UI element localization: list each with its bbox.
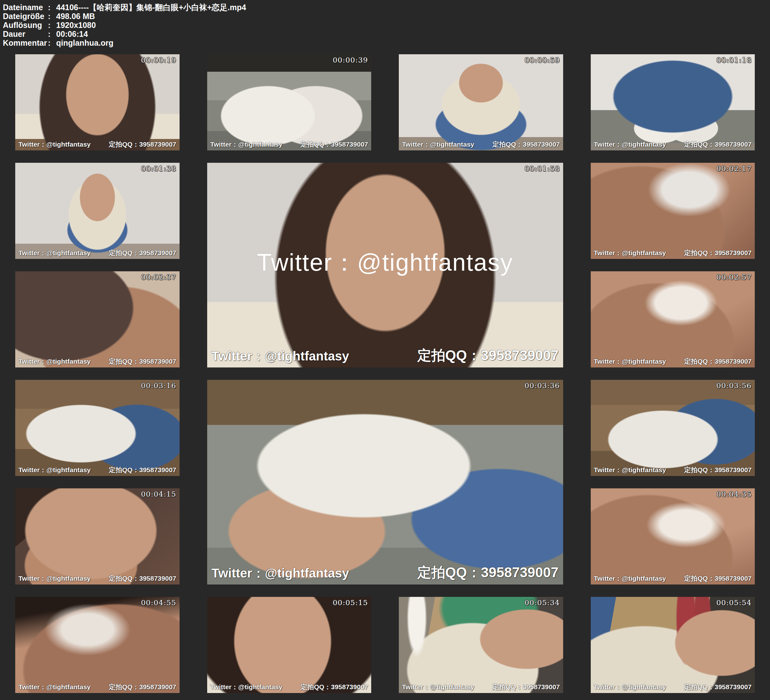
twitter-watermark: Twitter：@tightfantasy <box>594 465 666 475</box>
frame-timestamp: 00:01:18 <box>717 56 752 64</box>
video-frame-thumbnail: 00:01:38 Twitter：@tightfantasy 定拍QQ：3958… <box>15 163 180 259</box>
twitter-watermark: Twitter：@tightfantasy <box>594 248 666 258</box>
watermark-bar: Twitter：@tightfantasy 定拍QQ：3958739007 <box>210 682 368 692</box>
video-frame-thumbnail: 00:02:37 Twitter：@tightfantasy 定拍QQ：3958… <box>15 271 180 368</box>
resolution-value: 1920x1080 <box>56 21 770 29</box>
twitter-watermark: Twitter：@tightfantasy <box>18 248 91 258</box>
watermark-bar: Twitter：@tightfantasy 定拍QQ：3958739007 <box>594 140 752 149</box>
twitter-watermark: Twitter：@tightfantasy <box>594 140 666 149</box>
video-frame-thumbnail: 00:04:55 Twitter：@tightfantasy 定拍QQ：3958… <box>15 597 180 693</box>
frame-timestamp: 00:04:55 <box>141 598 176 607</box>
comment-value: qinglanhua.org <box>56 38 770 47</box>
watermark-bar: Twitter：@tightfantasy 定拍QQ：3958739007 <box>402 682 560 692</box>
qq-watermark: 定拍QQ：3958739007 <box>301 682 368 692</box>
twitter-watermark: Twitter：@tightfantasy <box>594 574 666 583</box>
watermark-bar: Twitter：@tightfantasy 定拍QQ：3958739007 <box>402 140 560 149</box>
frame-timestamp: 00:04:15 <box>141 490 176 498</box>
video-frame-thumbnail-large: 00:03:36 Twitter：@tightfantasy 定拍QQ：3958… <box>207 380 563 585</box>
watermark-bar: Twitter：@tightfantasy 定拍QQ：3958739007 <box>18 357 176 366</box>
meta-row-dateiname: Dateiname : 44106----【哈莉奎因】集锦-翻白眼+小白袜+恋足… <box>3 3 770 12</box>
frame-timestamp: 00:00:39 <box>333 56 368 64</box>
twitter-watermark: Twitter：@tightfantasy <box>18 140 91 149</box>
meta-label: Auflösung <box>3 21 48 29</box>
watermark-bar: Twitter：@tightfantasy 定拍QQ：3958739007 <box>18 465 176 475</box>
video-frame-thumbnail: 00:05:15 Twitter：@tightfantasy 定拍QQ：3958… <box>207 597 372 693</box>
qq-watermark: 定拍QQ：3958739007 <box>684 140 752 149</box>
meta-row-aufloesung: Auflösung : 1920x1080 <box>3 21 770 29</box>
qq-watermark: 定拍QQ：3958739007 <box>684 682 752 692</box>
twitter-watermark: Twitter：@tightfantasy <box>18 574 91 583</box>
twitter-watermark: Twitter：@tightfantasy <box>18 465 91 475</box>
qq-watermark: 定拍QQ：3958739007 <box>109 140 176 149</box>
qq-watermark: 定拍QQ：3958739007 <box>492 140 560 149</box>
twitter-watermark: Twitter：@tightfantasy <box>402 140 474 149</box>
qq-watermark: 定拍QQ：3958739007 <box>684 357 752 366</box>
watermark-bar: Twitter：@tightfantasy 定拍QQ：3958739007 <box>212 346 559 365</box>
filename-value: 44106----【哈莉奎因】集锦-翻白眼+小白袜+恋足.mp4 <box>56 3 770 12</box>
frame-timestamp: 00:03:56 <box>717 381 752 390</box>
meta-colon: : <box>48 38 56 47</box>
frame-timestamp: 00:01:58 <box>524 164 560 173</box>
frame-timestamp: 00:02:17 <box>717 164 752 173</box>
watermark-bar: Twitter：@tightfantasy 定拍QQ：3958739007 <box>212 563 559 582</box>
video-frame-thumbnail: 00:00:39 Twitter：@tightfantasy 定拍QQ：3958… <box>207 54 372 151</box>
frame-timestamp: 00:00:59 <box>524 56 560 64</box>
twitter-watermark: Twitter：@tightfantasy <box>212 347 349 365</box>
frame-timestamp: 00:05:34 <box>524 598 560 607</box>
watermark-bar: Twitter：@tightfantasy 定拍QQ：3958739007 <box>18 248 176 258</box>
watermark-bar: Twitter：@tightfantasy 定拍QQ：3958739007 <box>18 682 176 692</box>
watermark-bar: Twitter：@tightfantasy 定拍QQ：3958739007 <box>594 465 752 475</box>
twitter-watermark: Twitter：@tightfantasy <box>212 564 349 582</box>
qq-watermark: 定拍QQ：3958739007 <box>301 140 368 149</box>
meta-row-dateigroesse: Dateigröße : 498.06 MB <box>3 12 770 21</box>
video-frame-thumbnail: 00:02:57 Twitter：@tightfantasy 定拍QQ：3958… <box>591 271 755 368</box>
meta-label: Kommentar <box>3 38 48 47</box>
watermark-bar: Twitter：@tightfantasy 定拍QQ：3958739007 <box>210 140 368 149</box>
meta-colon: : <box>48 29 56 38</box>
qq-watermark: 定拍QQ：3958739007 <box>684 465 752 475</box>
video-frame-thumbnail: 00:01:18 Twitter：@tightfantasy 定拍QQ：3958… <box>591 54 755 151</box>
frame-timestamp: 00:00:19 <box>141 56 176 64</box>
video-frame-thumbnail: 00:05:34 Twitter：@tightfantasy 定拍QQ：3958… <box>399 597 563 693</box>
frame-timestamp: 00:02:37 <box>141 273 176 281</box>
qq-watermark: 定拍QQ：3958739007 <box>684 574 752 583</box>
qq-watermark: 定拍QQ：3958739007 <box>492 682 560 692</box>
video-frame-thumbnail: 00:00:19 Twitter：@tightfantasy 定拍QQ：3958… <box>15 54 180 151</box>
frame-timestamp: 00:04:35 <box>717 490 752 498</box>
meta-label: Dauer <box>3 29 48 38</box>
video-frame-thumbnail: 00:04:35 Twitter：@tightfantasy 定拍QQ：3958… <box>591 488 755 585</box>
meta-label: Dateigröße <box>3 12 48 21</box>
qq-watermark: 定拍QQ：3958739007 <box>417 346 558 365</box>
file-metadata-header: Dateiname : 44106----【哈莉奎因】集锦-翻白眼+小白袜+恋足… <box>0 0 770 47</box>
twitter-watermark: Twitter：@tightfantasy <box>18 357 91 366</box>
qq-watermark: 定拍QQ：3958739007 <box>109 574 176 583</box>
frame-timestamp: 00:03:36 <box>524 381 560 390</box>
qq-watermark: 定拍QQ：3958739007 <box>109 465 176 475</box>
meta-row-dauer: Dauer : 00:06:14 <box>3 29 770 38</box>
meta-label: Dateiname <box>3 3 48 12</box>
filesize-value: 498.06 MB <box>56 12 770 21</box>
twitter-watermark-large: Twitter：@tightfantasy <box>207 246 563 279</box>
watermark-bar: Twitter：@tightfantasy 定拍QQ：3958739007 <box>594 682 752 692</box>
frame-timestamp: 00:05:15 <box>333 598 368 607</box>
frame-timestamp: 00:05:54 <box>717 598 752 607</box>
video-frame-thumbnail-large: 00:01:58 Twitter：@tightfantasy Twitter：@… <box>207 163 563 368</box>
twitter-watermark: Twitter：@tightfantasy <box>594 357 666 366</box>
watermark-bar: Twitter：@tightfantasy 定拍QQ：3958739007 <box>594 574 752 583</box>
frame-timestamp: 00:01:38 <box>141 164 176 173</box>
frame-timestamp: 00:03:16 <box>141 381 176 390</box>
qq-watermark: 定拍QQ：3958739007 <box>417 563 558 582</box>
video-frame-thumbnail: 00:03:16 Twitter：@tightfantasy 定拍QQ：3958… <box>15 380 180 476</box>
watermark-bar: Twitter：@tightfantasy 定拍QQ：3958739007 <box>594 248 752 258</box>
twitter-watermark: Twitter：@tightfantasy <box>210 682 283 692</box>
watermark-bar: Twitter：@tightfantasy 定拍QQ：3958739007 <box>18 140 176 149</box>
qq-watermark: 定拍QQ：3958739007 <box>684 248 752 258</box>
meta-colon: : <box>48 3 56 12</box>
meta-colon: : <box>48 12 56 21</box>
video-frame-thumbnail: 00:04:15 Twitter：@tightfantasy 定拍QQ：3958… <box>15 488 180 585</box>
frame-timestamp: 00:02:57 <box>717 273 752 281</box>
twitter-watermark: Twitter：@tightfantasy <box>594 682 666 692</box>
qq-watermark: 定拍QQ：3958739007 <box>109 682 176 692</box>
meta-colon: : <box>48 21 56 29</box>
duration-value: 00:06:14 <box>56 29 770 38</box>
